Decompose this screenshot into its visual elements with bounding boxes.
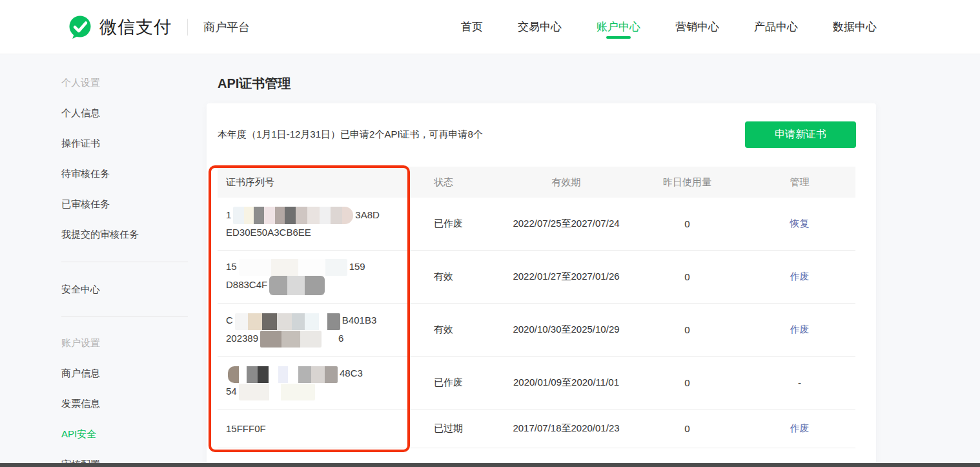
certificates-table: 证书序列号 状态 有效期 昨日使用量 管理 13A8D ED30E50A3CB6… — [218, 167, 855, 448]
usage-value: 0 — [650, 377, 724, 388]
usage-value: 0 — [650, 324, 724, 335]
validity-text: 2020/01/09至2020/11/01 — [482, 377, 650, 389]
table-row: 13A8D ED30E50A3CB6EE 已作废 2022/07/25至2027… — [218, 198, 855, 251]
serial-text: ED30E50A3CB6EE — [226, 227, 311, 238]
sidebar-item-api-security[interactable]: API安全 — [61, 419, 190, 449]
certificate-serial: 15159 D883C4F — [218, 258, 411, 295]
brand-name: 微信支付 — [99, 16, 172, 39]
sidebar-item-my-submitted-tasks[interactable]: 我提交的审核任务 — [61, 219, 190, 249]
redaction-mosaic — [260, 331, 322, 348]
serial-text: 1 — [226, 209, 231, 220]
serial-text: 54 — [226, 386, 237, 397]
redaction-mosaic — [269, 276, 325, 295]
void-link[interactable]: 作废 — [790, 271, 810, 282]
main-nav: 首页 交易中心 账户中心 营销中心 产品中心 数据中心 — [461, 0, 877, 54]
col-header-usage: 昨日使用量 — [650, 176, 724, 189]
table-row: CB401B3 2023896 有效 2020/10/30至2025/10/29… — [218, 304, 855, 357]
page-title: API证书管理 — [218, 75, 291, 92]
redaction-mosaic — [239, 259, 347, 276]
validity-text: 2022/07/25至2027/07/24 — [482, 218, 650, 230]
redaction-mosaic — [239, 384, 315, 400]
sidebar-item-merchant-info[interactable]: 商户信息 — [61, 358, 190, 388]
nav-item-product-center[interactable]: 产品中心 — [754, 0, 798, 54]
validity-text: 2017/07/18至2020/01/23 — [482, 422, 650, 435]
nav-item-home[interactable]: 首页 — [461, 0, 483, 54]
serial-text: 6 — [338, 333, 343, 344]
col-header-status: 状态 — [411, 176, 482, 189]
status-text: 有效 — [411, 271, 482, 283]
restore-link[interactable]: 恢复 — [790, 218, 810, 229]
col-header-manage: 管理 — [724, 176, 855, 189]
usage-value: 0 — [650, 218, 724, 229]
brand: 微信支付 商户平台 — [67, 14, 250, 40]
serial-text: 3A8D — [355, 209, 380, 220]
void-link[interactable]: 作废 — [790, 324, 810, 335]
serial-text: D883C4F — [226, 279, 267, 290]
certificate-serial: 48C3 54 — [218, 365, 411, 400]
card-header: 本年度（1月1日-12月31日）已申请2个API证书，可再申请8个 申请新证书 — [218, 121, 856, 148]
certificate-serial: 15FFF0F — [218, 420, 411, 437]
brand-divider — [187, 19, 188, 36]
serial-text: B401B3 — [342, 315, 376, 326]
validity-text: 2020/10/30至2025/10/29 — [482, 324, 650, 336]
validity-text: 2022/01/27至2027/01/26 — [482, 271, 650, 283]
no-action-dash: - — [798, 377, 801, 388]
apply-new-certificate-button[interactable]: 申请新证书 — [745, 121, 856, 148]
top-header: 微信支付 商户平台 首页 交易中心 账户中心 营销中心 产品中心 数据中心 — [0, 0, 980, 54]
api-certificate-card: 本年度（1月1日-12月31日）已申请2个API证书，可再申请8个 申请新证书 … — [207, 103, 876, 467]
serial-text: 15 — [226, 261, 237, 272]
nav-item-account-center[interactable]: 账户中心 — [597, 0, 640, 54]
page-body: 个人设置 个人信息 操作证书 待审核任务 已审核任务 我提交的审核任务 安全中心… — [0, 54, 980, 467]
wechat-pay-logo-icon — [67, 14, 93, 40]
void-link[interactable]: 作废 — [790, 422, 810, 433]
sidebar-item-reviewed-tasks[interactable]: 已审核任务 — [61, 189, 190, 219]
table-row: 15159 D883C4F 有效 2022/01/27至2027/01/26 0… — [218, 251, 855, 304]
sidebar-item-operation-certificate[interactable]: 操作证书 — [61, 128, 190, 158]
portal-label: 商户平台 — [203, 19, 250, 35]
nav-item-marketing-center[interactable]: 营销中心 — [675, 0, 719, 54]
col-header-serial: 证书序列号 — [218, 174, 411, 191]
usage-value: 0 — [650, 271, 724, 282]
sidebar-item-invoice-info[interactable]: 发票信息 — [61, 388, 190, 419]
window-bottom-bar — [0, 463, 980, 467]
status-text: 有效 — [411, 324, 482, 336]
table-row: 48C3 54 已作废 2020/01/09至2020/11/01 0 - — [218, 357, 855, 410]
redaction-mosaic — [235, 313, 340, 330]
sidebar: 个人设置 个人信息 操作证书 待审核任务 已审核任务 我提交的审核任务 安全中心… — [61, 67, 190, 467]
usage-value: 0 — [650, 423, 724, 434]
certificate-serial: 13A8D ED30E50A3CB6EE — [218, 207, 411, 242]
sidebar-item-personal-info[interactable]: 个人信息 — [61, 98, 190, 128]
quota-text: 本年度（1月1日-12月31日）已申请2个API证书，可再申请8个 — [218, 129, 483, 141]
certificate-serial: CB401B3 2023896 — [218, 312, 411, 347]
nav-item-transaction-center[interactable]: 交易中心 — [518, 0, 562, 54]
status-text: 已过期 — [411, 422, 482, 435]
serial-text: 15FFF0F — [226, 423, 266, 434]
sidebar-group-account-settings: 账户设置 — [61, 327, 190, 358]
sidebar-item-pending-review-tasks[interactable]: 待审核任务 — [61, 158, 190, 189]
serial-text: 159 — [349, 261, 365, 272]
nav-item-data-center[interactable]: 数据中心 — [833, 0, 877, 54]
serial-text: C — [226, 315, 233, 326]
sidebar-divider — [61, 262, 188, 262]
col-header-validity: 有效期 — [482, 176, 650, 189]
redaction-mosaic — [228, 366, 338, 383]
sidebar-item-security-center[interactable]: 安全中心 — [61, 274, 190, 304]
status-text: 已作废 — [411, 218, 482, 230]
status-text: 已作废 — [411, 377, 482, 389]
sidebar-group-personal-settings: 个人设置 — [61, 67, 190, 98]
redaction-mosaic — [233, 207, 353, 224]
sidebar-divider — [61, 316, 188, 317]
serial-text: 202389 — [226, 333, 258, 344]
table-row: 15FFF0F 已过期 2017/07/18至2020/01/23 0 作废 — [218, 410, 855, 448]
table-header-row: 证书序列号 状态 有效期 昨日使用量 管理 — [218, 167, 855, 198]
serial-text: 48C3 — [340, 368, 363, 379]
